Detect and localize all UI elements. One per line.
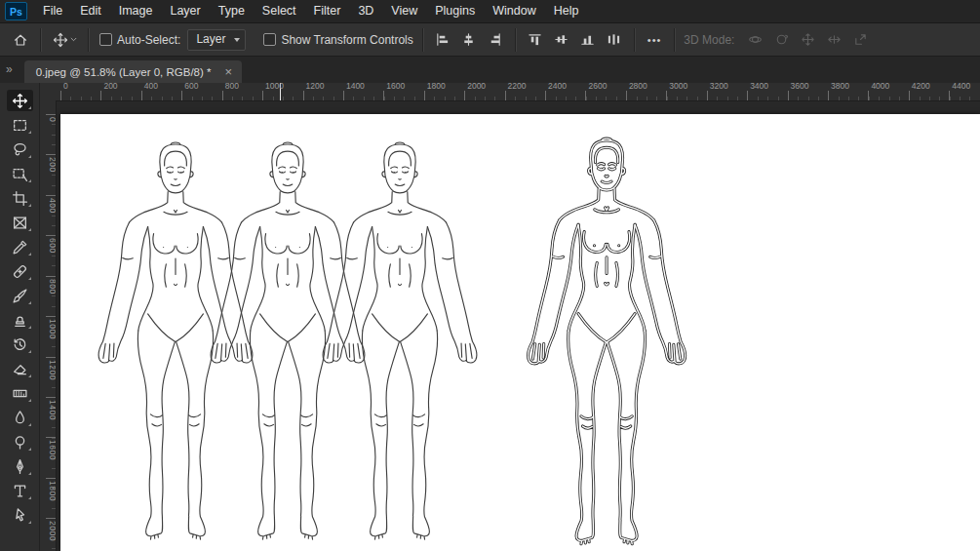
separator: [422, 28, 423, 52]
dropdown-chevron-icon: [234, 38, 240, 45]
move-tool[interactable]: [7, 90, 33, 111]
history-brush-tool[interactable]: [7, 334, 33, 355]
separator: [634, 28, 635, 52]
ruler-tick-h-1800: 1800: [424, 91, 425, 100]
blur-tool[interactable]: [7, 407, 33, 428]
ruler-tick-h-3800: 3800: [828, 91, 829, 100]
object-selection-tool[interactable]: [7, 163, 33, 184]
brush-tool[interactable]: [7, 285, 33, 306]
ruler-tick-h-4200: 4200: [909, 91, 910, 100]
ruler-tick-h-4000: 4000: [868, 91, 869, 100]
menu-item-view[interactable]: View: [382, 0, 426, 22]
pan-3d-icon[interactable]: [797, 29, 818, 51]
ruler-tick-h-3600: 3600: [788, 91, 789, 100]
auto-select-target-dropdown[interactable]: Layer: [187, 29, 246, 51]
ruler-tick-h-2400: 2400: [545, 91, 546, 100]
ruler-tick-h-1400: 1400: [343, 91, 344, 100]
ruler-tick-v-600: 600: [46, 235, 56, 236]
separator: [674, 28, 675, 52]
align-left-icon[interactable]: [432, 29, 453, 51]
align-icons-group: [432, 29, 506, 51]
ruler-tick-h-1000: 1000: [262, 91, 263, 100]
rectangular-marquee-tool[interactable]: [7, 114, 33, 136]
ruler-tick-h-2000: 2000: [464, 91, 465, 100]
menu-item-type[interactable]: Type: [210, 0, 254, 22]
document-canvas[interactable]: [60, 114, 980, 551]
distribute-horizontal-icon[interactable]: [604, 29, 625, 51]
menu-item-3d[interactable]: 3D: [349, 0, 382, 22]
ruler-tick-v-1400: 1400: [46, 397, 56, 398]
auto-select-value: Layer: [196, 32, 225, 46]
ruler-tick-v-400: 400: [46, 195, 56, 196]
distribute-icons-group: [525, 29, 625, 51]
eyedropper-tool[interactable]: [7, 236, 33, 257]
document-tab[interactable]: 0.jpeg @ 51.8% (Layer 0, RGB/8) * ×: [24, 60, 242, 83]
ruler-tick-h-200: 200: [100, 91, 101, 100]
menu-item-image[interactable]: Image: [110, 0, 162, 22]
auto-select-label: Auto-Select:: [117, 33, 180, 47]
more-options-button[interactable]: •••: [644, 34, 666, 46]
orbit-3d-icon[interactable]: [744, 29, 765, 51]
panel-overflow-icon[interactable]: »: [6, 62, 11, 76]
3d-mode-icons-group: [744, 29, 871, 51]
menu-item-plugins[interactable]: Plugins: [426, 0, 484, 22]
ruler-tick-v-200: 200: [46, 154, 56, 155]
ruler-tick-h-2800: 2800: [626, 91, 627, 100]
canvas-pasteboard: [56, 100, 980, 551]
dodge-tool[interactable]: [7, 431, 33, 453]
ruler-tick-h-3400: 3400: [747, 91, 748, 100]
tool-preset-chevron-down-icon[interactable]: [68, 34, 79, 45]
menu-item-select[interactable]: Select: [254, 0, 305, 22]
ruler-tick-v-1800: 1800: [46, 478, 56, 479]
ruler-tick-v-1600: 1600: [46, 437, 56, 438]
ruler-tick-h-1600: 1600: [383, 91, 384, 100]
clone-stamp-tool[interactable]: [7, 309, 33, 331]
photoshop-logo-icon[interactable]: Ps: [5, 2, 27, 20]
menu-item-file[interactable]: File: [34, 0, 71, 22]
show-transform-checkbox[interactable]: [263, 33, 276, 46]
document-tab-bar: » 0.jpeg @ 51.8% (Layer 0, RGB/8) * ×: [0, 57, 980, 83]
roll-3d-icon[interactable]: [770, 29, 792, 51]
menu-item-help[interactable]: Help: [545, 0, 588, 22]
menu-item-layer[interactable]: Layer: [161, 0, 209, 22]
lasso-tool[interactable]: [7, 138, 33, 160]
menu-items: FileEditImageLayerTypeSelectFilter3DView…: [34, 0, 587, 22]
align-bottom-icon[interactable]: [577, 29, 599, 51]
gradient-tool[interactable]: [7, 382, 33, 404]
eraser-tool[interactable]: [7, 358, 33, 379]
path-selection-tool[interactable]: [7, 504, 33, 526]
home-icon[interactable]: [10, 29, 31, 51]
ruler-tick-h-2600: 2600: [585, 91, 586, 100]
ruler-tick-v-0: 0: [46, 114, 56, 115]
pen-tool[interactable]: [7, 455, 33, 477]
scale-3d-icon[interactable]: [849, 29, 871, 51]
ruler-tick-h-2200: 2200: [505, 91, 506, 100]
align-middle-vertical-icon[interactable]: [551, 29, 572, 51]
ruler-tick-h-0: 0: [60, 91, 61, 100]
slide-3d-icon[interactable]: [823, 29, 844, 51]
figure-3: [323, 142, 476, 539]
ruler-tick-v-1200: 1200: [46, 357, 56, 358]
align-center-horizontal-icon[interactable]: [458, 29, 480, 51]
separator: [88, 28, 89, 52]
frame-tool[interactable]: [7, 212, 33, 233]
menu-item-window[interactable]: Window: [484, 0, 544, 22]
3d-mode-label: 3D Mode:: [684, 33, 734, 47]
align-right-icon[interactable]: [485, 29, 506, 51]
ruler-tick-h-800: 800: [222, 91, 223, 100]
menu-item-filter[interactable]: Filter: [305, 0, 350, 22]
crop-tool[interactable]: [7, 187, 33, 209]
figure-1: [98, 142, 252, 539]
tab-close-icon[interactable]: ×: [224, 65, 232, 78]
separator: [515, 28, 516, 52]
auto-select-checkbox[interactable]: [99, 33, 112, 46]
ruler-tick-h-3200: 3200: [707, 91, 708, 100]
figure-2: [211, 142, 364, 539]
vertical-ruler[interactable]: 0200400600800100012001400160018002000220…: [39, 100, 57, 551]
align-top-icon[interactable]: [525, 29, 546, 51]
horizontal-ruler[interactable]: 0200400600800100012001400160018002000220…: [39, 83, 980, 101]
options-bar: Auto-Select: Layer Show Transform Contro…: [0, 23, 980, 57]
type-tool[interactable]: [7, 480, 33, 501]
menu-item-edit[interactable]: Edit: [71, 0, 110, 22]
spot-healing-brush-tool[interactable]: [7, 260, 33, 282]
